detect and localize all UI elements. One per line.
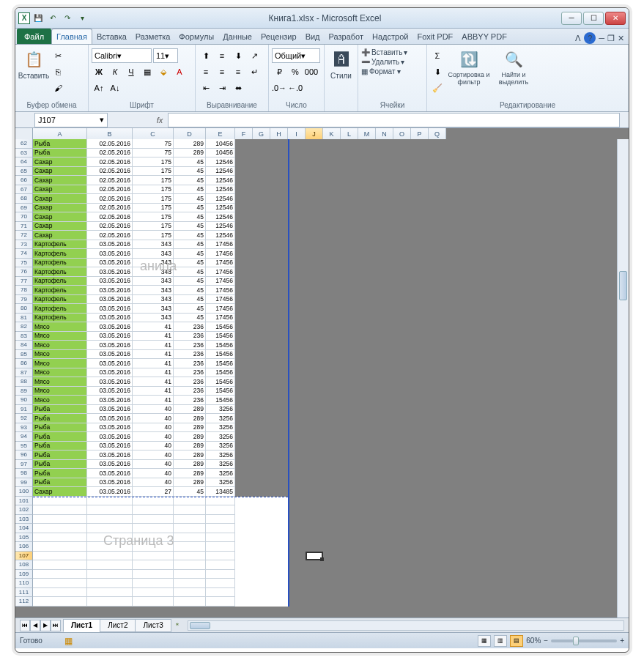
row-header[interactable]: 83 [15,332,33,341]
cell[interactable]: 12546 [206,194,235,204]
copy-icon[interactable]: ⎘ [51,64,65,79]
row-header[interactable]: 100 [15,487,33,497]
cell[interactable]: 45 [174,249,206,259]
zoom-slider-thumb[interactable] [573,637,579,645]
row-header[interactable]: 105 [15,533,33,543]
col-header-C[interactable]: C [133,128,174,139]
cell[interactable] [174,505,206,515]
ribbon-tab-0[interactable]: Главная [51,29,92,44]
cell[interactable]: 40 [133,460,174,470]
cell[interactable]: 02.05.2016 [87,212,133,222]
cell[interactable]: 15456 [206,322,235,332]
cell[interactable]: 40 [133,405,174,415]
chevron-down-icon[interactable]: ▾ [100,115,104,125]
cell[interactable]: Картофель [33,304,87,314]
cell[interactable]: 175 [133,212,174,222]
cell[interactable]: 41 [133,368,174,378]
cell[interactable]: 03.05.2016 [87,423,133,433]
cell[interactable]: 3256 [206,414,235,423]
cell[interactable] [174,579,206,588]
cell[interactable]: Рыба [33,442,87,451]
cell[interactable] [33,552,87,561]
cell[interactable]: Мясо [33,341,87,350]
cell[interactable]: Мясо [33,359,87,368]
row-header[interactable]: 90 [15,396,33,405]
cell[interactable]: Мясо [33,396,87,405]
qat-more-icon[interactable]: ▾ [75,12,89,25]
row-header[interactable]: 93 [15,423,33,433]
shrink-font-icon[interactable]: A↓ [108,81,122,95]
scrollbar-thumb[interactable] [619,271,627,300]
currency-icon[interactable]: ₽ [272,64,286,79]
cell[interactable]: Рыба [33,414,87,423]
align-right-icon[interactable]: ≡ [231,64,245,79]
file-tab[interactable]: Файл [17,29,51,44]
cell[interactable]: 13485 [206,487,235,497]
cell[interactable]: Картофель [33,286,87,295]
cell[interactable] [87,597,133,607]
cell[interactable]: Рыба [33,149,87,158]
cut-icon[interactable]: ✂ [51,48,65,63]
cell[interactable]: 03.05.2016 [87,322,133,332]
cell[interactable]: 03.05.2016 [87,469,133,478]
cell[interactable] [133,497,174,506]
cell[interactable]: 03.05.2016 [87,478,133,488]
row-header[interactable]: 75 [15,259,33,268]
cell[interactable]: 45 [174,295,206,305]
row-header[interactable]: 112 [15,597,33,607]
cell[interactable]: 236 [174,387,206,396]
decrease-indent-icon[interactable]: ⇤ [199,81,213,95]
maximize-button[interactable]: ☐ [583,12,604,25]
row-header[interactable]: 63 [15,149,33,158]
cell[interactable]: 03.05.2016 [87,277,133,286]
col-header-Q[interactable]: Q [429,128,446,139]
cell[interactable] [87,579,133,588]
cell[interactable] [33,505,87,515]
cell[interactable]: 12546 [206,185,235,195]
fill-color-button[interactable]: ⬙ [156,64,171,79]
align-middle-icon[interactable]: ≡ [215,48,229,63]
cell[interactable] [206,524,235,533]
doc-minimize-icon[interactable]: ─ [599,34,604,42]
cell[interactable] [33,579,87,588]
cell[interactable]: 45 [174,277,206,286]
row-header[interactable]: 107 [15,552,33,561]
cell[interactable] [133,560,174,570]
help-icon[interactable]: ? [584,32,596,44]
cell[interactable]: 40 [133,450,174,460]
close-button[interactable]: ✕ [605,12,626,25]
row-header[interactable]: 89 [15,387,33,396]
cell[interactable]: 45 [174,304,206,314]
cell[interactable]: 236 [174,359,206,368]
cell[interactable]: 03.05.2016 [87,405,133,415]
align-bottom-icon[interactable]: ⬇ [231,48,245,63]
cell[interactable]: 27 [133,487,174,497]
cell[interactable]: 3256 [206,423,235,433]
cell[interactable]: 41 [133,341,174,350]
cell[interactable]: 3256 [206,478,235,488]
cell[interactable]: 3256 [206,460,235,470]
cell[interactable] [133,579,174,588]
cell[interactable]: 343 [133,295,174,305]
clear-icon[interactable]: 🧹 [430,81,445,95]
tab-nav-last-icon[interactable]: ⏭ [51,620,61,631]
cell[interactable]: Сахар [33,487,87,497]
cell[interactable]: Рыба [33,478,87,488]
cell[interactable]: 289 [174,469,206,478]
cell[interactable]: 289 [174,460,206,470]
cell[interactable]: 03.05.2016 [87,377,133,387]
cell[interactable]: Мясо [33,368,87,378]
cell[interactable] [133,588,174,598]
cell[interactable] [133,533,174,543]
new-sheet-icon[interactable]: ＊ [171,620,183,631]
number-format-combo[interactable]: Общий ▾ [272,48,320,63]
cell[interactable] [206,533,235,543]
row-header[interactable]: 68 [15,194,33,204]
cell[interactable] [133,542,174,552]
cell[interactable]: 45 [174,286,206,295]
cell[interactable]: 12546 [206,167,235,177]
cell[interactable]: 289 [174,405,206,415]
doc-restore-icon[interactable]: ❐ [607,34,615,43]
row-header[interactable]: 88 [15,377,33,387]
row-header[interactable]: 102 [15,505,33,515]
